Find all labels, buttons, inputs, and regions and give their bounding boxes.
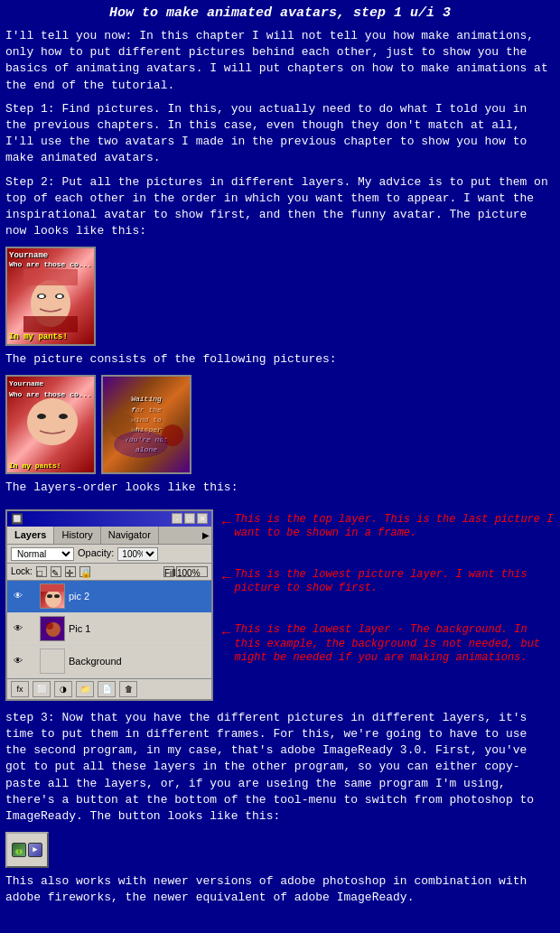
- step3-part1-text: step 3: Now that you have the different …: [5, 710, 555, 825]
- svg-point-8: [37, 414, 46, 419]
- layer-new-btn[interactable]: 📄: [98, 681, 116, 697]
- lock-label: Lock:: [11, 565, 33, 578]
- layers-panel: 🔲 - □ ✕ Layers History Navigator ▶ Norma…: [5, 509, 213, 701]
- thumb-pic2: [40, 583, 65, 609]
- svg-point-15: [47, 594, 52, 598]
- svg-point-7: [27, 398, 78, 445]
- fill-label: Fill:: [163, 566, 174, 577]
- arrow-1: ←: [222, 513, 231, 533]
- layers-bottom-toolbar: fx ⬜ ◑ 📁 📄 🗑: [7, 678, 211, 699]
- imageready-button[interactable]: ▶: [5, 832, 49, 868]
- maximize-btn[interactable]: □: [184, 513, 195, 524]
- layers-lock-row: Lock: □ ✎ ✛ 🔒 Fill: 100%: [7, 564, 211, 581]
- svg-rect-5: [23, 269, 78, 285]
- eye-pic1[interactable]: 👁: [11, 621, 25, 636]
- intro-text: I'll tell you now: In this chapter I wil…: [5, 28, 555, 94]
- close-btn[interactable]: ✕: [197, 513, 208, 524]
- pic-thumb-2: Waiting for the wind to whisper You're n…: [101, 375, 191, 474]
- arrow-2: ←: [222, 568, 231, 588]
- layer-name-pic1: Pic 1: [69, 622, 90, 636]
- thumb-bg: [40, 648, 65, 674]
- layer-mask-btn[interactable]: ⬜: [33, 681, 51, 697]
- thumb-pic1: [40, 616, 65, 641]
- svg-point-4: [57, 294, 62, 298]
- panel-menu-icon[interactable]: ▶: [202, 529, 210, 542]
- avatar-sub-text: Who are those co...: [9, 259, 91, 269]
- layers-label: The layers-order looks like this:: [5, 480, 555, 496]
- annotation-3: ← This is the lowest layer - The backgro…: [222, 623, 555, 666]
- svg-point-9: [59, 414, 68, 419]
- layer-adjustment-btn[interactable]: ◑: [54, 681, 72, 697]
- lock-position[interactable]: ✛: [65, 566, 76, 577]
- opacity-label: Opacity:: [78, 546, 114, 560]
- layer-row-background[interactable]: 👁 Background: [7, 646, 211, 678]
- avatar-bottom-text: In my pants!: [9, 331, 68, 343]
- layers-titlebar: 🔲 - □ ✕: [7, 511, 211, 527]
- minimize-btn[interactable]: -: [172, 513, 182, 524]
- lock-all[interactable]: 🔒: [79, 566, 90, 577]
- layers-options: Normal Multiply Screen Opacity: 100% 75%…: [7, 545, 211, 563]
- annotation-1: ← This is the top layer. This is the las…: [222, 513, 555, 541]
- eye-bg[interactable]: 👁: [11, 654, 25, 668]
- layer-name-pic2: pic 2: [69, 590, 89, 603]
- opacity-select[interactable]: 100% 75% 50%: [117, 547, 158, 561]
- svg-point-3: [39, 294, 44, 298]
- svg-point-14: [45, 590, 61, 608]
- annotation-2: ← This is the lowest picture layer. I wa…: [222, 568, 555, 596]
- eye-pic2[interactable]: 👁: [11, 589, 25, 603]
- pictures-row: YournameWho are those co... In my pants!…: [5, 375, 555, 474]
- tab-navigator[interactable]: Navigator: [101, 527, 159, 544]
- leaf-icon: [12, 843, 26, 857]
- pic-thumb-1: YournameWho are those co... In my pants!: [5, 375, 96, 474]
- layers-section: 🔲 - □ ✕ Layers History Navigator ▶ Norma…: [5, 504, 555, 706]
- annotations-column: ← This is the top layer. This is the las…: [222, 504, 555, 666]
- annotation-text-3: This is the lowest layer - The backgroun…: [235, 623, 555, 666]
- pt1-bottom: In my pants!: [9, 461, 61, 471]
- layer-fx-btn[interactable]: fx: [11, 681, 29, 697]
- layer-row-pic1[interactable]: 👁 Pic 1: [7, 613, 211, 646]
- svg-rect-6: [23, 316, 78, 332]
- annotation-text-1: This is the top layer. This is the last …: [235, 513, 555, 541]
- svg-point-16: [54, 594, 60, 598]
- svg-point-13: [114, 431, 168, 458]
- tab-history[interactable]: History: [54, 527, 100, 544]
- annotation-text-2: This is the lowest picture layer. I want…: [235, 568, 555, 596]
- arrow-icon: ▶: [28, 843, 42, 857]
- layer-delete-btn[interactable]: 🗑: [119, 681, 137, 697]
- step2-text: Step 2: Put all the pictures in differen…: [5, 174, 555, 240]
- layer-row-pic2[interactable]: 👁 pic 2: [7, 581, 211, 613]
- lock-paint[interactable]: ✎: [51, 566, 61, 577]
- svg-point-11: [134, 401, 166, 434]
- composite-avatar: Yourname Who are those co... In my pants…: [5, 247, 555, 346]
- pic-label: The picture consists of the following pi…: [5, 351, 555, 368]
- lock-transparency[interactable]: □: [36, 566, 47, 577]
- layers-tabs: Layers History Navigator ▶: [7, 527, 211, 545]
- svg-point-20: [46, 622, 53, 630]
- btn-inner: ▶: [12, 843, 42, 857]
- svg-rect-17: [41, 584, 65, 592]
- fill-select[interactable]: 100%: [176, 566, 208, 577]
- avatar-face-svg: [23, 269, 78, 332]
- layer-group-btn[interactable]: 📁: [76, 681, 94, 697]
- titlebar-title: 🔲: [11, 512, 23, 526]
- titlebar-controls[interactable]: - □ ✕: [172, 513, 208, 524]
- tab-layers[interactable]: Layers: [7, 527, 54, 544]
- step1-text: Step 1: Find pictures. In this, you actu…: [5, 101, 555, 167]
- arrow-3: ←: [222, 623, 231, 643]
- step3-part2-text: This also works with newer versions of a…: [5, 873, 555, 906]
- page-title: How to make animated avatars, step 1 u/i…: [5, 4, 555, 23]
- blend-mode-select[interactable]: Normal Multiply Screen: [11, 547, 74, 561]
- layer-name-bg: Background: [69, 655, 122, 668]
